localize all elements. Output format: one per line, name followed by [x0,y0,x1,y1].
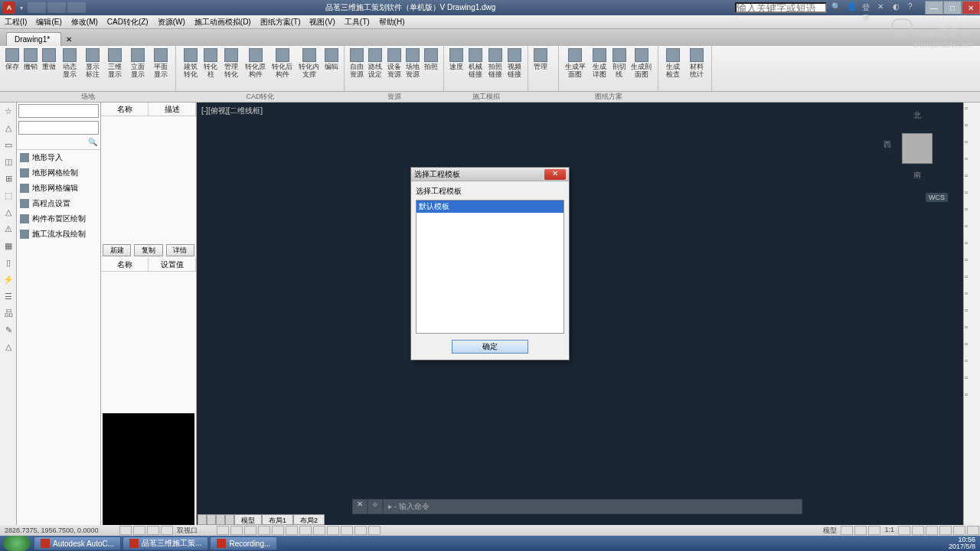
tool-icon[interactable]: ▫ [965,221,980,236]
tool-icon[interactable]: ▯ [1,255,16,270]
tab-model[interactable]: 模型 [234,514,262,525]
close-button[interactable]: ✕ [962,1,980,15]
dialog-close-button[interactable]: ✕ [544,169,566,180]
status-toggle[interactable] [230,526,243,535]
tab-layout1[interactable]: 布局1 [262,514,293,525]
task-button[interactable]: Recording... [210,536,277,550]
tool-icon[interactable]: 品 [1,305,16,321]
tool-icon[interactable]: ▫ [965,238,980,253]
nav-item[interactable]: 地形导入 [17,150,100,165]
qat-dropdown-icon[interactable]: ▾ [20,5,23,11]
tool-icon[interactable]: ▫ [965,204,980,220]
tool-icon[interactable]: ▫ [965,305,980,321]
menu-item[interactable]: 工具(T) [340,15,374,28]
tray-icon[interactable] [903,539,912,548]
template-list[interactable]: 默认模板 [416,200,564,334]
login-link[interactable]: 登录 [862,2,873,13]
tray-icon[interactable] [926,539,935,548]
new-button[interactable]: 新建 [103,244,131,256]
dir-west[interactable]: 西 [884,139,891,150]
status-toggle[interactable] [161,526,173,535]
status-toggle[interactable] [217,526,229,535]
command-input[interactable]: ▸ - 输入命令 [384,500,802,514]
tool-icon[interactable]: ◫ [1,154,16,169]
nav-item[interactable]: 施工流水段绘制 [17,227,100,242]
tab-first-icon[interactable] [198,514,207,525]
cloud-icon[interactable]: ◐ [893,2,903,13]
ribbon-button[interactable]: 撤销 [21,47,40,90]
sb-icon[interactable] [854,526,867,535]
status-toggle[interactable] [368,526,381,535]
tool-icon[interactable]: ▫ [965,356,980,371]
tab-layout2[interactable]: 布局2 [293,514,325,525]
clock[interactable]: 10:56 2017/5/8 [949,536,975,550]
status-toggle[interactable] [133,526,145,535]
ribbon-button[interactable]: 场地资源 [403,47,422,90]
sb-icon[interactable] [967,526,979,535]
ribbon-button[interactable]: 编辑 [322,47,341,90]
tool-icon[interactable]: ▫ [965,373,980,388]
sb-icon[interactable] [841,526,853,535]
status-toggle[interactable] [272,526,284,535]
search-icon[interactable]: 🔍 [88,138,97,146]
menu-item[interactable]: CAD转化(Z) [103,15,153,28]
ribbon-button[interactable]: 转化后构件 [269,47,296,90]
ribbon-button[interactable]: 管理转化 [220,47,242,90]
tool-icon[interactable]: ▫ [965,137,980,152]
cmd-config-icon[interactable]: ⟐ [368,500,382,514]
ribbon-button[interactable]: 转化原构件 [242,47,269,90]
tab-last-icon[interactable] [225,514,234,525]
qat-btn[interactable] [28,2,46,13]
tool-icon[interactable]: ☆ [1,103,16,119]
ribbon-button[interactable]: 动态显示 [58,47,81,90]
menu-item[interactable]: 资源(W) [153,15,190,28]
tool-icon[interactable]: ▫ [965,322,980,337]
search-icon[interactable]: 🔍 [831,2,842,13]
tool-icon[interactable]: ▫ [965,255,980,270]
status-toggle[interactable] [354,526,367,535]
tool-icon[interactable]: ⚠ [1,221,16,236]
sb-icon[interactable] [926,526,938,535]
tool-icon[interactable]: ▫ [965,187,980,203]
sb-icon[interactable] [868,526,880,535]
ok-button[interactable]: 确定 [452,340,528,354]
viewcube[interactable]: 北 西 南 WCS [887,110,948,187]
viewport[interactable]: [-][俯视][二维线框] 北 西 南 WCS [197,103,963,530]
start-button[interactable] [3,536,31,551]
nav-item[interactable]: 高程点设置 [17,196,100,211]
sb-icon[interactable] [939,526,952,535]
scale[interactable]: 1:1 [881,526,897,536]
tray-icon[interactable] [891,539,900,548]
ribbon-button[interactable]: 生成详图 [588,47,610,90]
status-toggle[interactable] [299,526,312,535]
tool-icon[interactable]: ▫ [965,171,980,186]
template-list-item[interactable]: 默认模板 [416,201,564,213]
tab-next-icon[interactable] [216,514,225,525]
minimize-button[interactable]: — [925,1,943,15]
tool-icon[interactable]: △ [1,120,16,135]
ribbon-button[interactable]: 建筑转化 [179,47,201,90]
nav-item[interactable]: 地形网格编辑 [17,181,100,196]
tool-icon[interactable]: ▫ [965,289,980,304]
sb-icon[interactable] [898,526,910,535]
dialog-titlebar[interactable]: 选择工程模板 ✕ [411,168,569,181]
task-button[interactable]: 品茗三维施工策... [122,536,208,550]
menu-item[interactable]: 帮助(H) [374,15,410,28]
qat-btn[interactable] [47,2,66,13]
user-icon[interactable]: 👤 [847,2,858,13]
status-toggle[interactable] [327,526,339,535]
menu-item[interactable]: 工程(I) [0,15,31,28]
menu-item[interactable]: 编辑(E) [31,15,66,28]
viewcube-face[interactable] [902,133,933,164]
ribbon-button[interactable]: 管理 [531,47,550,90]
tab-prev-icon[interactable] [207,514,216,525]
filter-combo[interactable] [18,121,99,135]
ribbon-button[interactable]: 设备资源 [385,47,403,90]
viewport-mode[interactable]: 双视口 [174,526,201,536]
sb-icon[interactable] [912,526,924,535]
dir-north[interactable]: 北 [913,110,921,121]
ribbon-button[interactable]: 显示标注 [81,47,104,90]
ribbon-button[interactable]: 保存 [3,47,21,90]
tool-icon[interactable]: ▦ [1,238,16,253]
status-toggle[interactable] [119,526,132,535]
